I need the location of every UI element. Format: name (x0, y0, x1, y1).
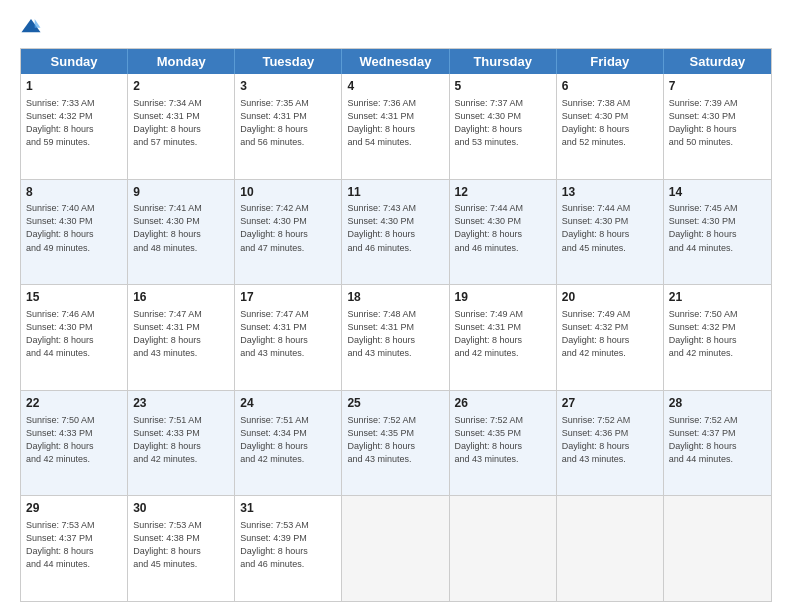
header-day-friday: Friday (557, 49, 664, 74)
day-cell-23: 23Sunrise: 7:51 AMSunset: 4:33 PMDayligh… (128, 391, 235, 496)
cell-line: Sunset: 4:38 PM (133, 532, 229, 545)
cell-line: Sunset: 4:31 PM (240, 110, 336, 123)
day-number: 2 (133, 78, 229, 95)
header-day-saturday: Saturday (664, 49, 771, 74)
cell-line: Sunrise: 7:50 AM (669, 308, 766, 321)
cell-line: and 57 minutes. (133, 136, 229, 149)
cell-line: Sunrise: 7:35 AM (240, 97, 336, 110)
cell-line: Sunrise: 7:51 AM (133, 414, 229, 427)
cell-line: and 46 minutes. (455, 242, 551, 255)
cell-line: and 42 minutes. (669, 347, 766, 360)
cell-line: Sunrise: 7:48 AM (347, 308, 443, 321)
cell-line: Sunset: 4:30 PM (26, 215, 122, 228)
cell-line: and 52 minutes. (562, 136, 658, 149)
cell-line: Sunset: 4:30 PM (133, 215, 229, 228)
day-cell-28: 28Sunrise: 7:52 AMSunset: 4:37 PMDayligh… (664, 391, 771, 496)
logo-icon (20, 16, 42, 38)
cell-line: Sunrise: 7:49 AM (562, 308, 658, 321)
day-cell-2: 2Sunrise: 7:34 AMSunset: 4:31 PMDaylight… (128, 74, 235, 179)
empty-cell (664, 496, 771, 601)
cell-line: and 43 minutes. (347, 347, 443, 360)
cell-line: Sunset: 4:33 PM (133, 427, 229, 440)
day-cell-13: 13Sunrise: 7:44 AMSunset: 4:30 PMDayligh… (557, 180, 664, 285)
day-number: 9 (133, 184, 229, 201)
day-cell-21: 21Sunrise: 7:50 AMSunset: 4:32 PMDayligh… (664, 285, 771, 390)
day-cell-19: 19Sunrise: 7:49 AMSunset: 4:31 PMDayligh… (450, 285, 557, 390)
cell-line: Sunset: 4:31 PM (240, 321, 336, 334)
cell-line: and 42 minutes. (240, 453, 336, 466)
cell-line: Daylight: 8 hours (455, 440, 551, 453)
day-number: 6 (562, 78, 658, 95)
cell-line: Sunrise: 7:47 AM (240, 308, 336, 321)
cell-line: Sunrise: 7:41 AM (133, 202, 229, 215)
day-cell-3: 3Sunrise: 7:35 AMSunset: 4:31 PMDaylight… (235, 74, 342, 179)
day-number: 25 (347, 395, 443, 412)
day-cell-8: 8Sunrise: 7:40 AMSunset: 4:30 PMDaylight… (21, 180, 128, 285)
cell-line: Daylight: 8 hours (347, 440, 443, 453)
day-cell-12: 12Sunrise: 7:44 AMSunset: 4:30 PMDayligh… (450, 180, 557, 285)
cell-line: and 46 minutes. (240, 558, 336, 571)
cell-line: Daylight: 8 hours (347, 123, 443, 136)
cell-line: Daylight: 8 hours (26, 545, 122, 558)
cell-line: Sunrise: 7:34 AM (133, 97, 229, 110)
page: SundayMondayTuesdayWednesdayThursdayFrid… (0, 0, 792, 612)
day-number: 1 (26, 78, 122, 95)
cell-line: Sunrise: 7:47 AM (133, 308, 229, 321)
svg-marker-1 (35, 19, 41, 28)
calendar-body: 1Sunrise: 7:33 AMSunset: 4:32 PMDaylight… (21, 74, 771, 601)
day-number: 16 (133, 289, 229, 306)
cell-line: Sunrise: 7:44 AM (562, 202, 658, 215)
cell-line: Daylight: 8 hours (240, 545, 336, 558)
cell-line: Sunset: 4:30 PM (26, 321, 122, 334)
day-number: 28 (669, 395, 766, 412)
day-cell-30: 30Sunrise: 7:53 AMSunset: 4:38 PMDayligh… (128, 496, 235, 601)
calendar-header: SundayMondayTuesdayWednesdayThursdayFrid… (21, 49, 771, 74)
day-cell-20: 20Sunrise: 7:49 AMSunset: 4:32 PMDayligh… (557, 285, 664, 390)
cell-line: Sunset: 4:31 PM (347, 110, 443, 123)
cell-line: Daylight: 8 hours (26, 334, 122, 347)
day-number: 12 (455, 184, 551, 201)
cell-line: Daylight: 8 hours (26, 228, 122, 241)
cell-line: Sunrise: 7:33 AM (26, 97, 122, 110)
day-cell-11: 11Sunrise: 7:43 AMSunset: 4:30 PMDayligh… (342, 180, 449, 285)
cell-line: Daylight: 8 hours (347, 228, 443, 241)
cell-line: and 44 minutes. (26, 347, 122, 360)
cell-line: Sunset: 4:37 PM (26, 532, 122, 545)
cell-line: and 44 minutes. (26, 558, 122, 571)
calendar-row-2: 8Sunrise: 7:40 AMSunset: 4:30 PMDaylight… (21, 179, 771, 285)
header-day-tuesday: Tuesday (235, 49, 342, 74)
day-cell-7: 7Sunrise: 7:39 AMSunset: 4:30 PMDaylight… (664, 74, 771, 179)
cell-line: Sunrise: 7:53 AM (240, 519, 336, 532)
cell-line: and 48 minutes. (133, 242, 229, 255)
day-number: 11 (347, 184, 443, 201)
cell-line: Sunset: 4:36 PM (562, 427, 658, 440)
day-number: 23 (133, 395, 229, 412)
empty-cell (450, 496, 557, 601)
day-number: 29 (26, 500, 122, 517)
day-cell-9: 9Sunrise: 7:41 AMSunset: 4:30 PMDaylight… (128, 180, 235, 285)
cell-line: Sunrise: 7:36 AM (347, 97, 443, 110)
cell-line: Daylight: 8 hours (455, 334, 551, 347)
cell-line: Sunset: 4:37 PM (669, 427, 766, 440)
cell-line: Sunset: 4:32 PM (669, 321, 766, 334)
cell-line: and 42 minutes. (26, 453, 122, 466)
day-number: 10 (240, 184, 336, 201)
empty-cell (557, 496, 664, 601)
day-number: 14 (669, 184, 766, 201)
header-day-wednesday: Wednesday (342, 49, 449, 74)
day-number: 30 (133, 500, 229, 517)
day-number: 26 (455, 395, 551, 412)
day-number: 3 (240, 78, 336, 95)
cell-line: and 44 minutes. (669, 242, 766, 255)
cell-line: Daylight: 8 hours (562, 123, 658, 136)
cell-line: Sunrise: 7:46 AM (26, 308, 122, 321)
cell-line: Sunrise: 7:49 AM (455, 308, 551, 321)
cell-line: Sunrise: 7:37 AM (455, 97, 551, 110)
day-cell-22: 22Sunrise: 7:50 AMSunset: 4:33 PMDayligh… (21, 391, 128, 496)
cell-line: Sunrise: 7:43 AM (347, 202, 443, 215)
cell-line: Sunset: 4:31 PM (455, 321, 551, 334)
cell-line: Sunset: 4:33 PM (26, 427, 122, 440)
cell-line: Sunset: 4:35 PM (455, 427, 551, 440)
cell-line: Daylight: 8 hours (133, 228, 229, 241)
cell-line: Sunset: 4:30 PM (669, 110, 766, 123)
